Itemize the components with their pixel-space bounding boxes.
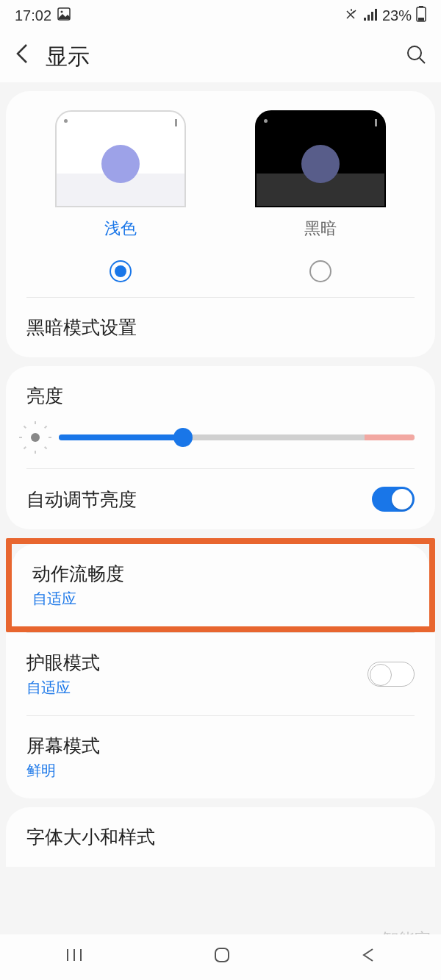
- theme-dark-label: 黑暗: [304, 218, 337, 240]
- brightness-label: 亮度: [26, 385, 63, 406]
- signal-icon: [363, 7, 378, 24]
- dark-mode-settings-label: 黑暗模式设置: [26, 315, 137, 340]
- highlight-box: 动作流畅度 自适应: [6, 538, 435, 632]
- brightness-card: 亮度 自动调节亮度: [6, 366, 435, 529]
- svg-rect-2: [364, 18, 366, 21]
- svg-rect-3: [368, 15, 370, 21]
- theme-dark-preview: [255, 110, 386, 207]
- brightness-slider[interactable]: [59, 434, 415, 440]
- theme-card: 浅色 黑暗 黑暗模式设置: [6, 91, 435, 357]
- theme-light-label: 浅色: [104, 218, 137, 240]
- brightness-sun-icon: [26, 429, 44, 446]
- eye-care-value: 自适应: [26, 678, 100, 698]
- status-time: 17:02: [15, 7, 51, 24]
- motion-title: 动作流畅度: [32, 562, 124, 586]
- auto-brightness-toggle[interactable]: [372, 487, 415, 512]
- search-icon[interactable]: [406, 44, 426, 70]
- screen-mode-row[interactable]: 屏幕模式 鲜明: [6, 716, 435, 798]
- font-row[interactable]: 字体大小和样式: [6, 807, 435, 867]
- theme-dark-radio[interactable]: [309, 260, 331, 282]
- motion-value: 自适应: [32, 589, 124, 609]
- font-title: 字体大小和样式: [26, 825, 155, 849]
- svg-line-10: [420, 58, 425, 63]
- eye-care-row[interactable]: 护眼模式 自适应: [6, 633, 435, 715]
- page-title: 显示: [46, 42, 390, 72]
- back-icon[interactable]: [15, 42, 29, 71]
- screen-mode-title: 屏幕模式: [26, 734, 100, 758]
- display-options-card: 护眼模式 自适应 屏幕模式 鲜明: [6, 632, 435, 798]
- svg-rect-5: [375, 9, 377, 21]
- theme-light-preview: [55, 110, 186, 207]
- status-bar: 17:02 23%: [0, 0, 441, 31]
- battery-icon: [416, 6, 426, 26]
- theme-light-option[interactable]: 浅色: [21, 110, 220, 282]
- font-card: 字体大小和样式: [6, 807, 435, 867]
- nav-recent-icon[interactable]: [65, 946, 83, 968]
- eye-care-toggle[interactable]: [368, 662, 415, 687]
- battery-percent: 23%: [382, 7, 412, 24]
- svg-rect-8: [418, 18, 424, 21]
- dark-mode-settings-row[interactable]: 黑暗模式设置: [6, 298, 435, 357]
- vibrate-icon: [344, 7, 359, 25]
- gallery-icon: [57, 7, 71, 24]
- nav-bar: [0, 934, 441, 980]
- auto-brightness-label: 自动调节亮度: [26, 487, 137, 512]
- auto-brightness-row[interactable]: 自动调节亮度: [6, 469, 435, 529]
- header: 显示: [0, 31, 441, 82]
- theme-light-radio[interactable]: [110, 260, 132, 282]
- nav-back-icon[interactable]: [361, 946, 376, 968]
- svg-point-1: [61, 10, 63, 12]
- svg-point-9: [408, 46, 421, 60]
- eye-care-title: 护眼模式: [26, 651, 100, 675]
- svg-rect-14: [215, 948, 229, 962]
- svg-rect-4: [371, 12, 373, 21]
- theme-dark-option[interactable]: 黑暗: [220, 110, 420, 282]
- screen-mode-value: 鲜明: [26, 761, 100, 781]
- motion-smoothness-row[interactable]: 动作流畅度 自适应: [12, 544, 429, 626]
- nav-home-icon[interactable]: [213, 946, 231, 968]
